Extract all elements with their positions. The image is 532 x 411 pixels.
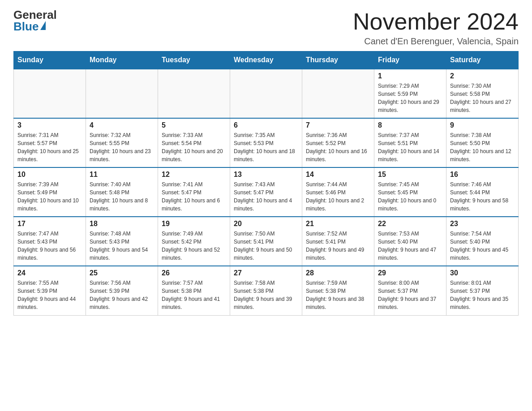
logo-blue-text: Blue (13, 21, 46, 32)
calendar-cell: 19Sunrise: 7:49 AMSunset: 5:42 PMDayligh… (158, 217, 230, 266)
day-info: Sunrise: 7:40 AMSunset: 5:48 PMDaylight:… (90, 180, 154, 213)
week-row-3: 17Sunrise: 7:47 AMSunset: 5:43 PMDayligh… (14, 217, 519, 266)
day-info: Sunrise: 7:32 AMSunset: 5:55 PMDaylight:… (90, 131, 154, 163)
col-wednesday: Wednesday (230, 51, 302, 69)
col-tuesday: Tuesday (158, 51, 230, 69)
day-info: Sunrise: 7:43 AMSunset: 5:47 PMDaylight:… (234, 180, 298, 213)
calendar-cell: 6Sunrise: 7:35 AMSunset: 5:53 PMDaylight… (230, 118, 302, 167)
day-info: Sunrise: 7:55 AMSunset: 5:39 PMDaylight:… (17, 279, 82, 311)
calendar-cell: 30Sunrise: 8:01 AMSunset: 5:37 PMDayligh… (446, 266, 519, 315)
day-number: 1 (378, 72, 442, 80)
day-number: 20 (234, 220, 298, 228)
week-row-4: 24Sunrise: 7:55 AMSunset: 5:39 PMDayligh… (14, 266, 519, 315)
calendar-cell: 17Sunrise: 7:47 AMSunset: 5:43 PMDayligh… (14, 217, 86, 266)
day-number: 18 (90, 220, 154, 228)
day-info: Sunrise: 7:30 AMSunset: 5:58 PMDaylight:… (450, 82, 515, 114)
page-header: General Blue November 2024 Canet d'En Be… (13, 9, 519, 47)
calendar-cell: 25Sunrise: 7:56 AMSunset: 5:39 PMDayligh… (86, 266, 158, 315)
day-number: 15 (378, 171, 442, 179)
calendar-cell: 14Sunrise: 7:44 AMSunset: 5:46 PMDayligh… (302, 167, 374, 217)
calendar-cell: 11Sunrise: 7:40 AMSunset: 5:48 PMDayligh… (86, 167, 158, 217)
day-number: 9 (450, 121, 515, 129)
calendar-cell: 8Sunrise: 7:37 AMSunset: 5:51 PMDaylight… (374, 118, 446, 167)
calendar-cell: 24Sunrise: 7:55 AMSunset: 5:39 PMDayligh… (14, 266, 86, 315)
day-number: 25 (90, 269, 154, 277)
calendar-cell: 12Sunrise: 7:41 AMSunset: 5:47 PMDayligh… (158, 167, 230, 217)
day-info: Sunrise: 7:56 AMSunset: 5:39 PMDaylight:… (90, 279, 154, 311)
day-info: Sunrise: 7:50 AMSunset: 5:41 PMDaylight:… (234, 230, 298, 262)
day-info: Sunrise: 7:54 AMSunset: 5:40 PMDaylight:… (450, 230, 515, 262)
calendar-cell: 20Sunrise: 7:50 AMSunset: 5:41 PMDayligh… (230, 217, 302, 266)
calendar-cell: 21Sunrise: 7:52 AMSunset: 5:41 PMDayligh… (302, 217, 374, 266)
day-info: Sunrise: 7:38 AMSunset: 5:50 PMDaylight:… (450, 131, 515, 163)
day-number: 4 (90, 121, 154, 129)
day-number: 11 (90, 171, 154, 179)
calendar-cell (230, 69, 302, 118)
day-number: 13 (234, 171, 298, 179)
col-sunday: Sunday (14, 51, 86, 69)
day-number: 22 (378, 220, 442, 228)
day-number: 21 (306, 220, 370, 228)
week-row-0: 1Sunrise: 7:29 AMSunset: 5:59 PMDaylight… (14, 69, 519, 118)
calendar-cell: 23Sunrise: 7:54 AMSunset: 5:40 PMDayligh… (446, 217, 519, 266)
day-number: 3 (17, 121, 82, 129)
calendar-cell: 1Sunrise: 7:29 AMSunset: 5:59 PMDaylight… (374, 69, 446, 118)
day-number: 6 (234, 121, 298, 129)
calendar-cell (14, 69, 86, 118)
calendar-cell: 26Sunrise: 7:57 AMSunset: 5:38 PMDayligh… (158, 266, 230, 315)
calendar-cell: 15Sunrise: 7:45 AMSunset: 5:45 PMDayligh… (374, 167, 446, 217)
day-number: 7 (306, 121, 370, 129)
day-info: Sunrise: 7:53 AMSunset: 5:40 PMDaylight:… (378, 230, 442, 262)
day-info: Sunrise: 7:48 AMSunset: 5:43 PMDaylight:… (90, 230, 154, 262)
logo-general-text: General (13, 9, 57, 21)
col-thursday: Thursday (302, 51, 374, 69)
calendar-cell: 5Sunrise: 7:33 AMSunset: 5:54 PMDaylight… (158, 118, 230, 167)
calendar-cell (158, 69, 230, 118)
day-number: 10 (17, 171, 82, 179)
day-number: 26 (162, 269, 226, 277)
calendar-cell (302, 69, 374, 118)
calendar-cell: 22Sunrise: 7:53 AMSunset: 5:40 PMDayligh… (374, 217, 446, 266)
day-info: Sunrise: 7:31 AMSunset: 5:57 PMDaylight:… (17, 131, 82, 163)
title-block: November 2024 Canet d'En Berenguer, Vale… (353, 9, 519, 47)
day-number: 2 (450, 72, 515, 80)
calendar-cell: 10Sunrise: 7:39 AMSunset: 5:49 PMDayligh… (14, 167, 86, 217)
day-info: Sunrise: 7:29 AMSunset: 5:59 PMDaylight:… (378, 82, 442, 114)
logo-blue-label: Blue (13, 21, 39, 32)
calendar-cell: 16Sunrise: 7:46 AMSunset: 5:44 PMDayligh… (446, 167, 519, 217)
day-info: Sunrise: 7:46 AMSunset: 5:44 PMDaylight:… (450, 180, 515, 213)
day-info: Sunrise: 8:00 AMSunset: 5:37 PMDaylight:… (378, 279, 442, 311)
month-title: November 2024 (353, 9, 519, 34)
col-monday: Monday (86, 51, 158, 69)
calendar-cell: 13Sunrise: 7:43 AMSunset: 5:47 PMDayligh… (230, 167, 302, 217)
day-info: Sunrise: 7:58 AMSunset: 5:38 PMDaylight:… (234, 279, 298, 311)
calendar-cell: 28Sunrise: 7:59 AMSunset: 5:38 PMDayligh… (302, 266, 374, 315)
week-row-2: 10Sunrise: 7:39 AMSunset: 5:49 PMDayligh… (14, 167, 519, 217)
day-number: 8 (378, 121, 442, 129)
logo-triangle-icon (40, 21, 46, 30)
col-friday: Friday (374, 51, 446, 69)
logo: General Blue (13, 9, 57, 32)
day-number: 14 (306, 171, 370, 179)
day-number: 5 (162, 121, 226, 129)
day-info: Sunrise: 7:33 AMSunset: 5:54 PMDaylight:… (162, 131, 226, 163)
day-info: Sunrise: 7:44 AMSunset: 5:46 PMDaylight:… (306, 180, 370, 213)
day-info: Sunrise: 7:57 AMSunset: 5:38 PMDaylight:… (162, 279, 226, 311)
day-number: 24 (17, 269, 82, 277)
day-number: 16 (450, 171, 515, 179)
day-number: 23 (450, 220, 515, 228)
calendar-cell: 29Sunrise: 8:00 AMSunset: 5:37 PMDayligh… (374, 266, 446, 315)
calendar-header-row: Sunday Monday Tuesday Wednesday Thursday… (14, 51, 519, 69)
day-info: Sunrise: 7:37 AMSunset: 5:51 PMDaylight:… (378, 131, 442, 163)
calendar-cell: 7Sunrise: 7:36 AMSunset: 5:52 PMDaylight… (302, 118, 374, 167)
day-info: Sunrise: 7:41 AMSunset: 5:47 PMDaylight:… (162, 180, 226, 213)
calendar-cell (86, 69, 158, 118)
location-title: Canet d'En Berenguer, Valencia, Spain (353, 36, 519, 47)
day-info: Sunrise: 7:49 AMSunset: 5:42 PMDaylight:… (162, 230, 226, 262)
day-number: 17 (17, 220, 82, 228)
day-info: Sunrise: 7:47 AMSunset: 5:43 PMDaylight:… (17, 230, 82, 262)
calendar-cell: 4Sunrise: 7:32 AMSunset: 5:55 PMDaylight… (86, 118, 158, 167)
calendar-cell: 18Sunrise: 7:48 AMSunset: 5:43 PMDayligh… (86, 217, 158, 266)
day-info: Sunrise: 7:36 AMSunset: 5:52 PMDaylight:… (306, 131, 370, 163)
calendar-cell: 2Sunrise: 7:30 AMSunset: 5:58 PMDaylight… (446, 69, 519, 118)
